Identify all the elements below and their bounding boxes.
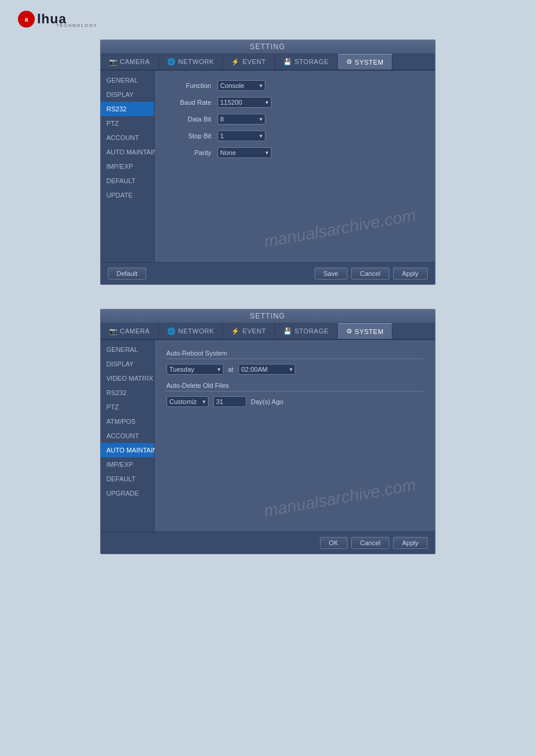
auto-reboot-title: Auto-Reboot System: [167, 350, 423, 359]
panel2-footer: OK Cancel Apply: [101, 532, 435, 554]
panel1-sidebar: GENERAL DISPLAY RS232 PTZ ACCOUNT AUTO M…: [101, 71, 155, 262]
delete-mode-select[interactable]: Customized Never: [167, 396, 208, 407]
p2-camera-icon: 📷: [109, 327, 118, 335]
p2-sidebar-imp-exp[interactable]: IMP/EXP: [101, 457, 154, 472]
apply-button[interactable]: Apply: [393, 268, 428, 280]
baud-rate-row: Baud Rate 115200 9600 57600 ▼: [167, 97, 423, 108]
delete-row: Customized Never ▼ Day(s) Ago: [167, 396, 423, 407]
sidebar-update[interactable]: UPDATE: [101, 188, 154, 202]
sidebar-auto-maintain[interactable]: AUTO MAINTAIN: [101, 145, 154, 159]
reboot-time-wrapper[interactable]: 02:00AM 01:00AM 03:00AM ▼: [238, 364, 295, 375]
tab-network-label: NETWORK: [179, 58, 214, 65]
baud-rate-select[interactable]: 115200 9600 57600: [217, 97, 271, 108]
p2-system-icon: ⚙: [346, 327, 353, 335]
tab-system-label: SYSTEM: [355, 59, 383, 66]
reboot-day-wrapper[interactable]: Tuesday Monday Wednesday Thursday Friday…: [167, 364, 223, 375]
watermark1: manualsarchive.com: [262, 206, 417, 251]
system-icon: ⚙: [346, 58, 353, 66]
sidebar-ptz[interactable]: PTZ: [101, 116, 154, 130]
parity-row: Parity None Odd Even ▼: [167, 147, 423, 158]
panel2-body: GENERAL DISPLAY VIDEO MATRIX RS232 PTZ A…: [101, 340, 435, 532]
sidebar-general[interactable]: GENERAL: [101, 73, 154, 87]
reboot-day-select[interactable]: Tuesday Monday Wednesday Thursday Friday…: [167, 364, 223, 375]
watermark2: manualsarchive.com: [262, 475, 417, 521]
panel1-body: GENERAL DISPLAY RS232 PTZ ACCOUNT AUTO M…: [101, 71, 435, 262]
p2-sidebar-account[interactable]: ACCOUNT: [101, 429, 154, 443]
p2-tab-network[interactable]: 🌐 NETWORK: [159, 323, 223, 339]
sidebar-account[interactable]: ACCOUNT: [101, 130, 154, 145]
storage-icon: 💾: [283, 58, 292, 66]
p2-cancel-button[interactable]: Cancel: [351, 537, 389, 549]
baud-rate-label: Baud Rate: [167, 99, 211, 106]
logo: a lhua TECHNOLOGY: [18, 11, 517, 28]
p2-sidebar-upgrade[interactable]: UPGRADE: [101, 486, 154, 500]
logo-icon: a: [18, 11, 35, 28]
camera-icon: 📷: [109, 58, 118, 66]
panel1-content: Function Console Custom ▼ Baud Rate 1152…: [155, 71, 435, 262]
data-bit-row: Data Bit 8 7 6 ▼: [167, 114, 423, 125]
network-icon: 🌐: [167, 58, 176, 66]
p2-sidebar-general[interactable]: GENERAL: [101, 342, 154, 357]
stop-bit-label: Stop Bit: [167, 132, 211, 139]
delete-days-input[interactable]: [213, 396, 246, 407]
panel2-tab-bar: 📷 CAMERA 🌐 NETWORK ⚡ EVENT 💾 STORAGE ⚙ S…: [101, 323, 435, 340]
panel1-tab-bar: 📷 CAMERA 🌐 NETWORK ⚡ EVENT 💾 STORAGE ⚙ S…: [101, 54, 435, 71]
auto-delete-title: Auto-Delete Old Files: [167, 382, 423, 391]
p2-sidebar-video-matrix[interactable]: VIDEO MATRIX: [101, 371, 154, 385]
tab-camera[interactable]: 📷 CAMERA: [101, 54, 159, 69]
p2-tab-system[interactable]: ⚙ SYSTEM: [338, 323, 393, 339]
tab-network[interactable]: 🌐 NETWORK: [159, 54, 223, 69]
p2-apply-button[interactable]: Apply: [393, 537, 428, 549]
data-bit-select-wrapper[interactable]: 8 7 6 ▼: [217, 114, 265, 125]
function-label: Function: [167, 82, 211, 89]
event-icon: ⚡: [231, 58, 240, 66]
save-button[interactable]: Save: [315, 268, 347, 280]
panel2-btn-group: OK Cancel Apply: [320, 537, 428, 549]
function-select-wrapper[interactable]: Console Custom ▼: [217, 80, 265, 91]
delete-mode-wrapper[interactable]: Customized Never ▼: [167, 396, 208, 407]
stop-bit-select-wrapper[interactable]: 1 2 ▼: [217, 130, 265, 141]
parity-label: Parity: [167, 149, 211, 156]
p2-tab-event[interactable]: ⚡ EVENT: [223, 323, 275, 339]
baud-rate-select-wrapper[interactable]: 115200 9600 57600 ▼: [217, 97, 271, 108]
p2-tab-camera-label: CAMERA: [120, 327, 150, 335]
p2-sidebar-rs232[interactable]: RS232: [101, 385, 154, 400]
p2-sidebar-ptz[interactable]: PTZ: [101, 400, 154, 414]
p2-sidebar-atm-pos[interactable]: ATM/POS: [101, 414, 154, 429]
sidebar-default[interactable]: DEFAULT: [101, 174, 154, 188]
tab-storage[interactable]: 💾 STORAGE: [275, 54, 338, 69]
p2-network-icon: 🌐: [167, 327, 176, 335]
function-row: Function Console Custom ▼: [167, 80, 423, 91]
panel1: SETTING 📷 CAMERA 🌐 NETWORK ⚡ EVENT 💾 STO…: [100, 40, 436, 285]
reboot-time-select[interactable]: 02:00AM 01:00AM 03:00AM: [238, 364, 295, 375]
stop-bit-select[interactable]: 1 2: [217, 130, 265, 141]
parity-select[interactable]: None Odd Even: [217, 147, 271, 158]
sidebar-imp-exp[interactable]: IMP/EXP: [101, 159, 154, 174]
tab-system[interactable]: ⚙ SYSTEM: [338, 54, 393, 69]
panel-container: SETTING 📷 CAMERA 🌐 NETWORK ⚡ EVENT 💾 STO…: [0, 34, 535, 578]
panel1-footer: Default Save Cancel Apply: [101, 262, 435, 284]
default-button[interactable]: Default: [108, 268, 147, 280]
panel2-content: Auto-Reboot System Tuesday Monday Wednes…: [155, 340, 435, 532]
data-bit-select[interactable]: 8 7 6: [217, 114, 265, 125]
sidebar-rs232[interactable]: RS232: [101, 102, 154, 116]
data-bit-label: Data Bit: [167, 116, 211, 123]
tab-event-label: EVENT: [243, 58, 266, 65]
tab-event[interactable]: ⚡ EVENT: [223, 54, 275, 69]
function-select[interactable]: Console Custom: [217, 80, 265, 91]
parity-select-wrapper[interactable]: None Odd Even ▼: [217, 147, 271, 158]
p2-sidebar-display[interactable]: DISPLAY: [101, 357, 154, 371]
sidebar-display[interactable]: DISPLAY: [101, 87, 154, 102]
logo-sub: TECHNOLOGY: [56, 23, 98, 28]
at-label: at: [228, 366, 234, 373]
cancel-button[interactable]: Cancel: [351, 268, 389, 280]
p2-tab-camera[interactable]: 📷 CAMERA: [101, 323, 159, 339]
panel2-sidebar: GENERAL DISPLAY VIDEO MATRIX RS232 PTZ A…: [101, 340, 155, 532]
p2-tab-storage[interactable]: 💾 STORAGE: [275, 323, 338, 339]
p2-tab-system-label: SYSTEM: [355, 328, 383, 335]
p2-tab-network-label: NETWORK: [179, 327, 214, 335]
panel2-title: SETTING: [101, 309, 435, 323]
p2-sidebar-default[interactable]: DEFAULT: [101, 472, 154, 486]
p2-ok-button[interactable]: OK: [320, 537, 347, 549]
p2-sidebar-auto-maintain[interactable]: AUTO MAINTAIN: [101, 443, 154, 457]
